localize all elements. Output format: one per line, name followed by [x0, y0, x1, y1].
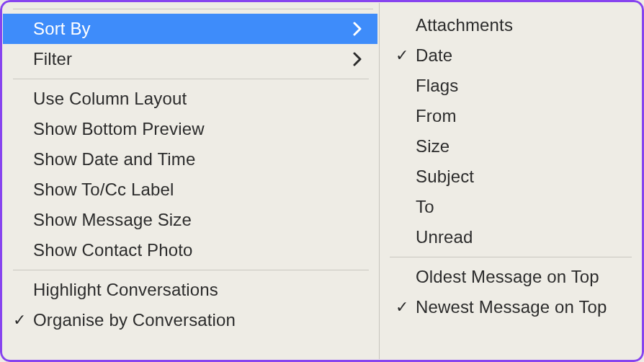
menu-item-organise-by-conversation[interactable]: ✓ Organise by Conversation	[3, 305, 377, 335]
menu-item-label: Filter	[33, 49, 344, 69]
menu-divider	[390, 257, 632, 257]
submenu-item-newest-on-top[interactable]: ✓ Newest Message on Top	[380, 292, 640, 322]
menu-divider	[13, 270, 369, 270]
menu-item-label: Show Message Size	[33, 210, 362, 230]
menu-item-label: Newest Message on Top	[416, 297, 627, 317]
menu-item-show-bottom-preview[interactable]: Show Bottom Preview	[3, 114, 377, 144]
submenu-item-unread[interactable]: Unread	[380, 222, 640, 252]
submenu-item-oldest-on-top[interactable]: Oldest Message on Top	[380, 262, 640, 292]
menu-item-label: Sort By	[33, 19, 344, 39]
menu-item-show-message-size[interactable]: Show Message Size	[3, 205, 377, 235]
menu-item-label: Highlight Conversations	[33, 280, 362, 300]
menu-item-label: Subject	[416, 167, 627, 187]
menu-item-label: Unread	[416, 227, 627, 247]
menu-item-label: Oldest Message on Top	[416, 267, 627, 287]
submenu-item-subject[interactable]: Subject	[380, 162, 640, 192]
check-icon: ✓	[395, 48, 416, 63]
menu-item-label: Show Bottom Preview	[33, 119, 362, 139]
submenu-item-from[interactable]: From	[380, 101, 640, 131]
menu-item-label: From	[416, 106, 627, 126]
check-icon: ✓	[13, 312, 33, 328]
menu-item-label: Show Date and Time	[33, 149, 362, 169]
menu-item-label: Date	[416, 45, 627, 66]
menu-item-label: Attachments	[416, 15, 627, 35]
menu-item-label: Organise by Conversation	[33, 310, 362, 330]
menu-divider	[13, 9, 373, 9]
menu-item-show-contact-photo[interactable]: Show Contact Photo	[3, 235, 377, 265]
menu-item-show-to-cc[interactable]: Show To/Cc Label	[3, 175, 377, 205]
menu-item-label: Use Column Layout	[33, 89, 362, 109]
submenu-item-flags[interactable]: Flags	[380, 71, 640, 101]
submenu-item-date[interactable]: ✓ Date	[380, 40, 640, 71]
menu-item-label: To	[416, 197, 627, 217]
check-icon: ✓	[395, 299, 416, 315]
chevron-right-icon	[344, 52, 362, 66]
submenu-item-attachments[interactable]: Attachments	[380, 10, 640, 40]
menu-item-use-column-layout[interactable]: Use Column Layout	[3, 84, 377, 114]
menu-item-show-date-time[interactable]: Show Date and Time	[3, 144, 377, 175]
submenu-item-to[interactable]: To	[380, 192, 640, 222]
menu-item-label: Size	[416, 136, 627, 156]
chevron-right-icon	[344, 22, 362, 36]
menu-item-label: Show To/Cc Label	[33, 180, 362, 200]
menu-item-label: Show Contact Photo	[33, 240, 362, 260]
menu-item-filter[interactable]: Filter	[3, 44, 377, 74]
menu-item-highlight-conversations[interactable]: Highlight Conversations	[3, 275, 377, 305]
submenu-item-size[interactable]: Size	[380, 131, 640, 162]
menu-item-sort-by[interactable]: Sort By	[3, 14, 377, 44]
menu-divider	[13, 79, 369, 79]
sort-by-submenu: Attachments ✓ Date Flags From Size Subje…	[379, 3, 640, 359]
view-menu: Sort By Filter Use Column Layout Show Bo…	[3, 3, 377, 359]
menu-item-label: Flags	[416, 76, 627, 96]
